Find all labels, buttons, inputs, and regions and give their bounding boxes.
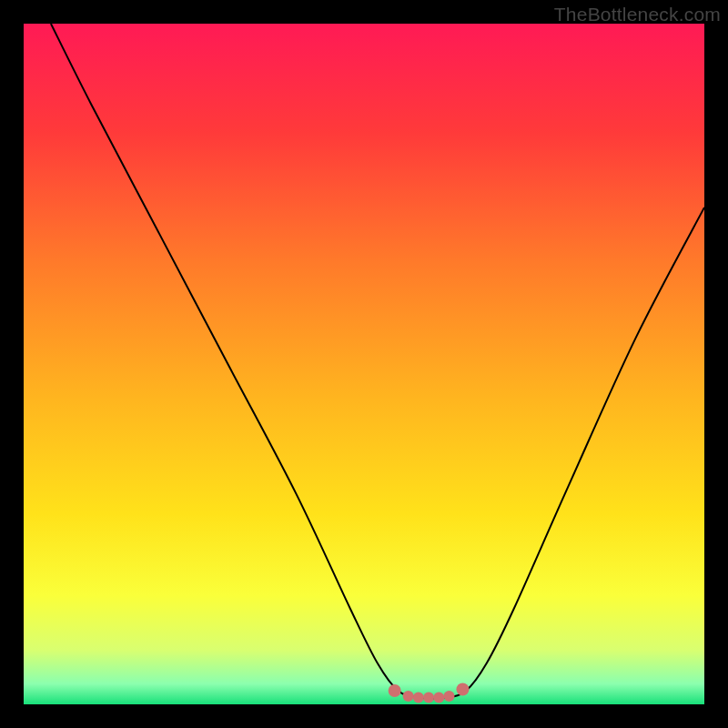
marker-dot bbox=[413, 693, 424, 703]
marker-dot bbox=[403, 691, 414, 702]
marker-dot bbox=[433, 693, 444, 703]
plot-area bbox=[24, 24, 704, 704]
chart-svg bbox=[24, 24, 704, 704]
marker-dot bbox=[444, 691, 455, 702]
marker-dot bbox=[389, 684, 401, 697]
gradient-background bbox=[24, 24, 704, 704]
watermark-text: TheBottleneck.com bbox=[554, 4, 721, 25]
marker-dot bbox=[423, 693, 434, 703]
marker-dot bbox=[456, 683, 469, 696]
chart-frame: TheBottleneck.com bbox=[0, 0, 728, 728]
